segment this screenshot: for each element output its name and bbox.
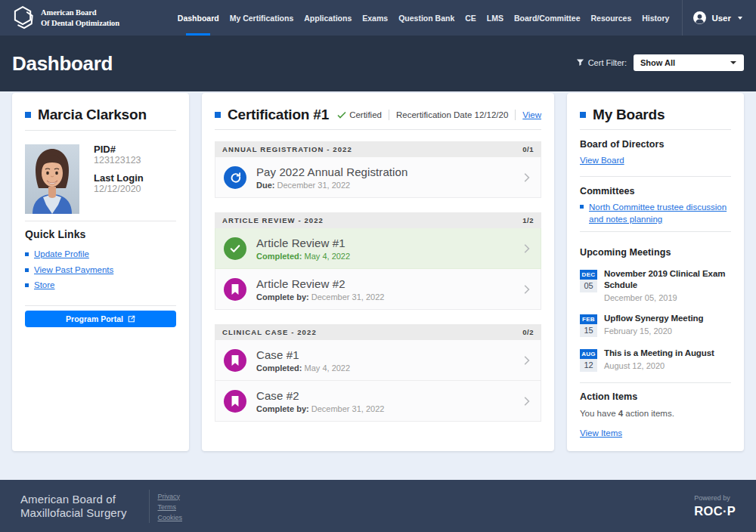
- view-past-payments-link[interactable]: View Past Payments: [34, 265, 113, 275]
- task-subtitle: Complete by: December 31, 2022: [256, 292, 384, 302]
- committee-item: North Committee trustee discussion and n…: [580, 202, 731, 225]
- calendar-date-badge: FEB 15: [580, 314, 597, 337]
- task-title: Case #2: [256, 389, 384, 402]
- meeting-title: This is a Meeting in August: [604, 348, 714, 359]
- title-square-icon: [215, 112, 221, 118]
- action-items-text: You have 4 action items.: [580, 409, 731, 418]
- nav-menu: Dashboard My Certifications Applications…: [172, 0, 675, 36]
- chevron-down-icon: [738, 17, 742, 20]
- section-name: ARTICLE REVIEW - 2022: [222, 216, 324, 224]
- rocp-logo: ROC·P: [694, 505, 736, 518]
- board-of-directors-heading: Board of Directors: [580, 139, 731, 150]
- action-items-heading: Action Items: [580, 391, 731, 402]
- task-subtitle: Due: December 31, 2022: [256, 181, 407, 190]
- my-boards-card: My Boards Board of Directors View Board …: [567, 93, 744, 451]
- cert-filter-select[interactable]: Show All: [634, 54, 744, 71]
- task-title: Article Review #2: [256, 277, 384, 290]
- check-icon: [337, 111, 346, 119]
- quick-link-row: View Past Payments: [25, 265, 176, 275]
- task-subtitle: Completed: May 4, 2022: [256, 252, 350, 261]
- bullet-square-icon: [580, 205, 584, 209]
- chevron-right-icon: [524, 172, 530, 183]
- footer-links: Privacy Terms Cookies: [149, 490, 182, 523]
- section-article-review: ARTICLE REVIEW - 2022 1/2 Article Review…: [215, 212, 541, 310]
- meeting-item: FEB 15 Upflow Synergy Meeting February 1…: [580, 313, 731, 337]
- section-name: CLINICAL CASE - 2022: [222, 328, 317, 336]
- bookmark-icon: [224, 390, 246, 413]
- task-row-article-review-2[interactable]: Article Review #2 Complete by: December …: [215, 269, 541, 310]
- powered-by-block: Powered by ROC·P: [694, 494, 736, 518]
- external-link-icon: [128, 315, 135, 323]
- my-boards-title: My Boards: [593, 107, 665, 123]
- user-menu[interactable]: User: [682, 0, 744, 36]
- title-square-icon: [25, 112, 31, 118]
- view-items-link[interactable]: View Items: [580, 428, 622, 438]
- committee-link[interactable]: North Committee trustee discussion and n…: [589, 202, 731, 225]
- terms-link[interactable]: Terms: [157, 503, 176, 511]
- section-count: 0/1: [522, 145, 534, 153]
- program-portal-button[interactable]: Program Portal: [25, 311, 176, 327]
- profile-photo: [25, 144, 79, 214]
- task-row-case-1[interactable]: Case #1 Completed: May 4, 2022: [215, 340, 541, 381]
- store-link[interactable]: Store: [34, 280, 55, 290]
- user-label: User: [711, 14, 731, 23]
- section-name: ANNUAL REGISTRATION - 2022: [222, 145, 352, 153]
- title-square-icon: [580, 112, 586, 118]
- nav-item-board-committee[interactable]: Board/Committee: [509, 0, 586, 36]
- meeting-item: AUG 12 This is a Meeting in August Augus…: [580, 348, 731, 372]
- bookmark-icon: [224, 278, 246, 301]
- chevron-right-icon: [524, 396, 530, 407]
- nav-item-ce[interactable]: CE: [460, 0, 482, 36]
- task-row-pay-registration[interactable]: Pay 2022 Annual Registration Due: Decemb…: [215, 157, 541, 198]
- task-subtitle: Complete by: December 31, 2022: [256, 404, 384, 413]
- nav-item-resources[interactable]: Resources: [586, 0, 637, 36]
- chevron-right-icon: [524, 243, 530, 254]
- meetings-list: DEC 05 November 2019 Clinical Exam Schdu…: [580, 268, 731, 372]
- nav-item-dashboard[interactable]: Dashboard: [172, 0, 225, 36]
- section-annual-registration: ANNUAL REGISTRATION - 2022 0/1 Pay 2022 …: [215, 141, 541, 198]
- task-title: Pay 2022 Annual Registration: [256, 165, 407, 178]
- privacy-link[interactable]: Privacy: [157, 493, 180, 500]
- brand[interactable]: American Board Of Dental Optimization: [12, 0, 119, 36]
- calendar-date-badge: AUG 12: [580, 349, 597, 372]
- meeting-item: DEC 05 November 2019 Clinical Exam Schdu…: [580, 268, 731, 302]
- meeting-date: February 15, 2020: [604, 326, 703, 336]
- certification-card: Certification #1 Certified Recertificati…: [202, 93, 554, 451]
- filter-funnel-icon: [576, 58, 584, 66]
- last-login-label: Last Login: [94, 173, 144, 184]
- certification-status: Certified Recertification Date 12/12/20 …: [337, 110, 541, 120]
- meeting-title: Upflow Synergy Meeting: [604, 313, 703, 324]
- bullet-square-icon: [25, 268, 29, 272]
- divider: [389, 110, 389, 120]
- section-count: 0/2: [522, 328, 534, 336]
- calendar-date-badge: DEC 05: [580, 270, 597, 302]
- task-title: Article Review #1: [256, 237, 350, 249]
- bullet-square-icon: [25, 252, 29, 256]
- meeting-title: November 2019 Clinical Exam Schdule: [604, 268, 731, 291]
- nav-item-history[interactable]: History: [637, 0, 674, 36]
- page-title: Dashboard: [12, 52, 113, 76]
- nav-item-exams[interactable]: Exams: [357, 0, 393, 36]
- bookmark-icon: [224, 349, 246, 372]
- nav-item-applications[interactable]: Applications: [299, 0, 357, 36]
- cookies-link[interactable]: Cookies: [157, 514, 182, 521]
- task-title: Case #1: [256, 348, 350, 361]
- chevron-right-icon: [524, 284, 530, 295]
- nav-item-lms[interactable]: LMS: [482, 0, 509, 36]
- nav-item-my-certifications[interactable]: My Certifications: [225, 0, 299, 36]
- pid-label: PID#: [94, 144, 144, 155]
- nav-item-question-bank[interactable]: Question Bank: [393, 0, 460, 36]
- update-profile-link[interactable]: Update Profile: [34, 249, 89, 259]
- last-login-value: 12/12/2020: [94, 184, 144, 194]
- bullet-square-icon: [25, 283, 29, 287]
- task-row-article-review-1[interactable]: Article Review #1 Completed: May 4, 2022: [215, 228, 541, 269]
- view-board-link[interactable]: View Board: [580, 156, 624, 165]
- quick-links-heading: Quick Links: [25, 228, 176, 240]
- profile-name: Marcia Clarkson: [38, 107, 147, 123]
- task-row-case-2[interactable]: Case #2 Complete by: December 31, 2022: [215, 381, 541, 422]
- quick-links-list: Update Profile View Past Payments Store: [25, 249, 176, 290]
- certification-title: Certification #1: [228, 107, 329, 123]
- quick-link-row: Store: [25, 280, 176, 290]
- view-certification-link[interactable]: View: [522, 110, 541, 119]
- certified-label: Certified: [349, 110, 382, 119]
